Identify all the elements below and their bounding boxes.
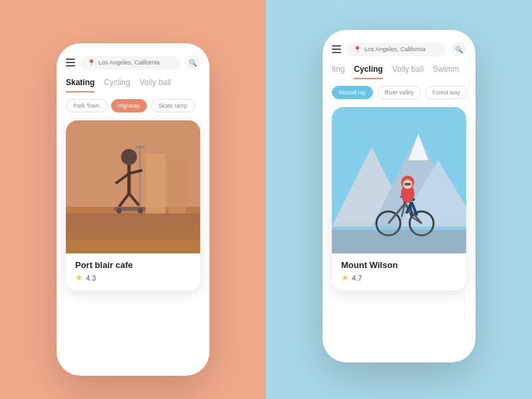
- right-card[interactable]: Mount Wilson ★ 4.7: [332, 107, 466, 291]
- right-tab-ting[interactable]: ting: [332, 65, 344, 79]
- left-header: 📍 🔍: [57, 43, 209, 75]
- right-tab-cycling[interactable]: Cycling: [354, 65, 382, 79]
- chip-mound-ray[interactable]: Mound ray: [332, 86, 373, 99]
- svg-rect-2: [66, 213, 200, 240]
- left-card-info: Port blair cafe ★ 4.3: [66, 253, 200, 291]
- right-phone: 📍 🔍 ting Cycling Volly ball Swimm Mound …: [323, 30, 475, 362]
- right-pin-icon: 📍: [353, 46, 361, 53]
- right-tabs: ting Cycling Volly ball Swimm: [323, 62, 475, 79]
- left-search-input[interactable]: [98, 59, 174, 66]
- chip-forest-way[interactable]: Forest way: [425, 86, 467, 99]
- left-background: 📍 🔍 Skating Cycling Volly ball Park Town…: [0, 0, 266, 399]
- cyclist-image: [332, 107, 466, 253]
- svg-rect-22: [332, 230, 466, 253]
- right-search-bar[interactable]: 📍: [346, 43, 446, 57]
- left-phone: 📍 🔍 Skating Cycling Volly ball Park Town…: [57, 43, 209, 376]
- right-header: 📍 🔍: [323, 30, 475, 62]
- chip-park-town[interactable]: Park Town: [66, 99, 107, 112]
- left-tabs: Skating Cycling Volly ball: [57, 75, 209, 92]
- left-search-bar[interactable]: 📍: [80, 56, 180, 70]
- right-tab-volleyball[interactable]: Volly ball: [392, 65, 424, 79]
- chip-skate-ramp[interactable]: Skate ramp: [151, 99, 194, 112]
- left-card-title: Port blair cafe: [75, 260, 191, 270]
- right-search-input[interactable]: [364, 46, 440, 53]
- right-card-rating: ★ 4.7: [341, 273, 457, 283]
- left-card[interactable]: Port blair cafe ★ 4.3: [66, 120, 200, 291]
- left-filter-chips: Park Town Highway Skate ramp: [57, 92, 209, 116]
- right-background: 📍 🔍 ting Cycling Volly ball Swimm Mound …: [266, 0, 532, 399]
- right-star-icon: ★: [341, 273, 349, 283]
- chip-highway[interactable]: Highway: [111, 99, 148, 112]
- right-tab-swimming[interactable]: Swimm: [433, 65, 459, 79]
- svg-rect-16: [66, 120, 200, 253]
- tab-volleyball[interactable]: Volly ball: [140, 78, 171, 92]
- right-card-info: Mount Wilson ★ 4.7: [332, 253, 466, 291]
- left-card-rating: ★ 4.3: [75, 273, 191, 283]
- right-rating-value: 4.7: [352, 274, 362, 282]
- svg-rect-41: [332, 107, 466, 253]
- pin-icon: 📍: [87, 59, 95, 66]
- right-card-title: Mount Wilson: [341, 260, 457, 270]
- skater-image: [66, 120, 200, 253]
- svg-rect-1: [66, 207, 200, 253]
- chip-river-valley[interactable]: River valley: [377, 86, 421, 99]
- star-icon: ★: [75, 273, 83, 283]
- search-button[interactable]: 🔍: [186, 55, 200, 70]
- right-hamburger-icon[interactable]: [332, 45, 341, 53]
- tab-skating[interactable]: Skating: [66, 78, 94, 92]
- right-search-button[interactable]: 🔍: [452, 42, 466, 57]
- left-rating-value: 4.3: [86, 274, 96, 282]
- tab-cycling[interactable]: Cycling: [104, 78, 130, 92]
- right-filter-chips: Mound ray River valley Forest way: [323, 79, 475, 103]
- hamburger-icon[interactable]: [66, 59, 75, 66]
